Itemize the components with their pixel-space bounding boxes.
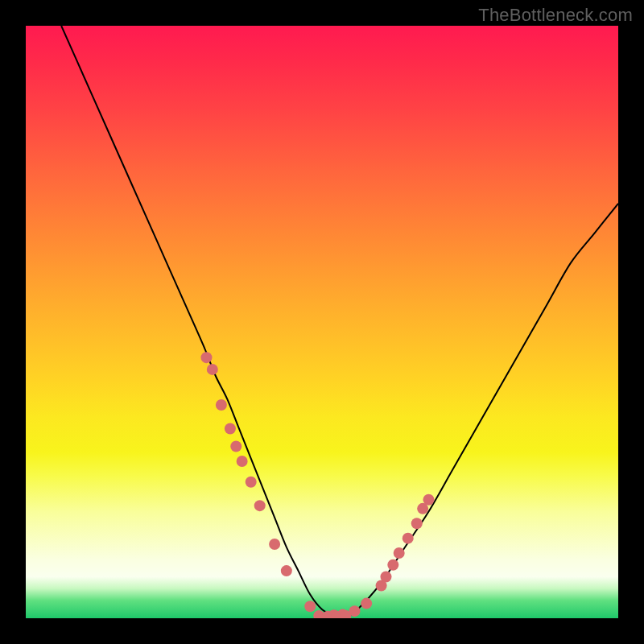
data-dot [254,500,266,511]
data-dot [269,539,280,550]
watermark-text: TheBottleneck.com [478,5,633,26]
data-dot [246,477,257,488]
data-dots [200,352,434,618]
data-dot [402,533,414,544]
chart-svg [26,26,618,618]
chart-frame: TheBottleneck.com [0,0,644,644]
data-dot [380,571,391,582]
data-dot [237,456,248,467]
data-dot [281,565,292,576]
plot-area [26,26,618,618]
data-dot [225,423,236,434]
data-dot [216,399,227,411]
data-dot [394,547,405,559]
data-dot [207,364,218,375]
data-dot [361,598,372,609]
data-dot [423,494,434,506]
data-dot [200,352,212,363]
data-dot [230,441,242,452]
data-dot [304,601,316,612]
data-dot [387,559,398,571]
data-dot [411,518,423,529]
bottleneck-curve [61,26,618,617]
